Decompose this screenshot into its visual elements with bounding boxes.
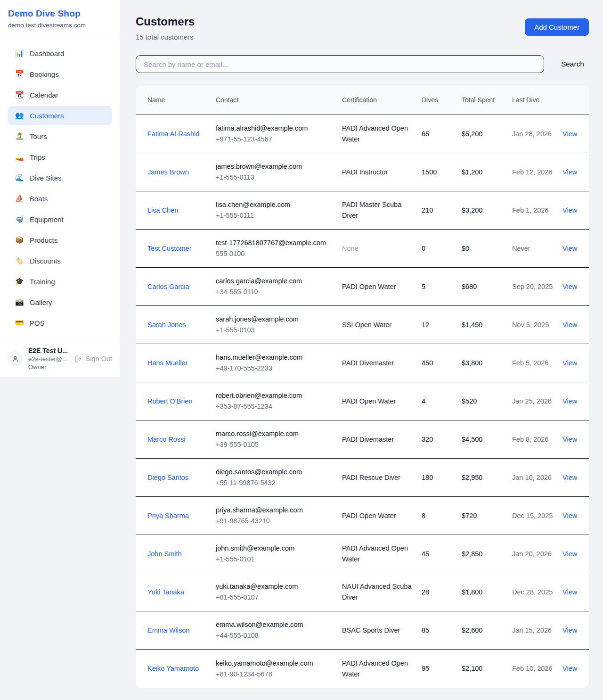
sidebar-item-label: Discounts xyxy=(30,257,61,265)
customer-name-link[interactable]: Test Customer xyxy=(147,245,191,252)
view-link[interactable]: View xyxy=(562,359,577,367)
customer-name-link[interactable]: Marco Rossi xyxy=(147,436,186,443)
sidebar-item-dive-sites[interactable]: 🌊Dive Sites xyxy=(8,168,112,187)
column-header-dives: Dives xyxy=(422,90,462,111)
customer-name-link[interactable]: John Smith xyxy=(147,550,182,558)
sidebar-item-boats[interactable]: ⛵Boats xyxy=(8,189,112,208)
column-header-last-dive: Last Dive xyxy=(512,90,562,111)
customer-name-link[interactable]: Robert O'Brien xyxy=(147,397,192,405)
graduation-cap-icon: 🎓 xyxy=(15,277,24,286)
customer-name-link[interactable]: Priya Sharma xyxy=(147,512,189,519)
sidebar-item-pos[interactable]: 💳POS xyxy=(8,313,112,332)
customer-certification: PADI Rescue Diver xyxy=(342,466,422,490)
customer-name-link[interactable]: Sarah Jones xyxy=(147,321,186,329)
customer-name-link[interactable]: Lisa Chen xyxy=(147,206,178,214)
sidebar-item-label: Dashboard xyxy=(30,49,64,58)
customer-dives: 45 xyxy=(422,542,462,566)
shop-name: Demo Dive Shop xyxy=(8,8,112,19)
customer-name-link[interactable]: Hans Mueller xyxy=(147,359,187,367)
customer-email: hans.mueller@example.com xyxy=(216,352,334,363)
customer-phone: 555-0100 xyxy=(216,248,334,259)
customer-name-link[interactable]: Fatima Al-Rashid xyxy=(147,130,199,138)
sidebar-item-training[interactable]: 🎓Training xyxy=(8,272,112,291)
user-icon xyxy=(11,355,19,363)
customer-name-link[interactable]: Diego Santos xyxy=(147,474,188,481)
sidebar-item-label: Bookings xyxy=(30,70,59,78)
sidebar-item-equipment[interactable]: 🤿Equipment xyxy=(8,210,112,229)
table-row: Hans Muellerhans.mueller@example.com+49-… xyxy=(136,344,589,382)
view-link[interactable]: View xyxy=(562,321,577,329)
sidebar-item-label: Trips xyxy=(30,153,45,161)
sign-out-button[interactable]: Sign Out xyxy=(74,355,112,363)
customer-name-link[interactable]: Yuki Tanaka xyxy=(147,588,184,596)
customer-last-dive: Feb 10, 2026 xyxy=(512,657,562,681)
sidebar-item-discounts[interactable]: 🏷️Discounts xyxy=(8,251,112,270)
view-link[interactable]: View xyxy=(562,245,577,252)
sidebar-item-trips[interactable]: 🚤Trips xyxy=(8,148,112,166)
search-button[interactable]: Search xyxy=(556,56,589,72)
table-row: Sarah Jonessarah.jones@example.com+1-555… xyxy=(136,306,589,344)
customer-name-link[interactable]: Emma Wilson xyxy=(147,626,189,634)
sidebar-item-products[interactable]: 📦Products xyxy=(8,231,112,249)
sidebar-item-tours[interactable]: 🏝️Tours xyxy=(8,127,112,146)
customer-total-spent: $1,200 xyxy=(462,160,512,184)
sidebar-item-label: Customers xyxy=(30,112,64,120)
customer-total-spent: $680 xyxy=(462,275,512,299)
customer-dives: 85 xyxy=(422,618,462,642)
customer-name-link[interactable]: Keiko Yamamoto xyxy=(147,665,199,672)
user-meta: E2E Test U... e2e-tester@... Owner xyxy=(28,347,69,371)
package-icon: 📦 xyxy=(15,236,24,244)
sidebar-item-customers[interactable]: 👥Customers xyxy=(8,106,112,125)
customer-total-spent: $2,100 xyxy=(462,657,512,681)
customer-total-spent: $1,800 xyxy=(462,580,512,604)
column-header-contact: Contact xyxy=(216,90,342,111)
view-link[interactable]: View xyxy=(562,550,577,558)
sidebar-item-label: Boats xyxy=(30,195,48,203)
sidebar-item-calendar[interactable]: 📆Calendar xyxy=(8,85,112,104)
customer-certification: PADI Advanced Open Water xyxy=(342,536,422,571)
table-row: Yuki Tanakayuki.tanaka@example.com+81-55… xyxy=(136,573,589,611)
sidebar: Demo Dive Shop demo.test.divestreams.com… xyxy=(0,0,120,377)
customers-table: NameContactCertificationDivesTotal Spent… xyxy=(136,86,589,688)
sidebar-item-dashboard[interactable]: 📊Dashboard xyxy=(8,44,112,63)
customer-certification: PADI Instructor xyxy=(342,160,422,184)
diving-mask-icon: 🤿 xyxy=(15,215,24,223)
customer-email: fatima.alrashid@example.com xyxy=(216,123,334,134)
customer-total-spent: $2,850 xyxy=(462,542,512,566)
column-header-certification: Certification xyxy=(342,90,422,111)
view-link[interactable]: View xyxy=(562,512,577,519)
customer-email: priya.sharma@example.com xyxy=(216,505,334,516)
customer-last-dive: Feb 5, 2026 xyxy=(512,351,562,375)
table-row: Test Customertest-1772681807767@example.… xyxy=(136,230,589,268)
customer-certification: PADI Divemaster xyxy=(342,428,422,452)
table-row: Diego Santosdiego.santos@example.com+55-… xyxy=(136,459,589,497)
customer-phone: +55-11-99876-5432 xyxy=(216,478,334,488)
view-link[interactable]: View xyxy=(562,283,577,290)
sidebar-item-gallery[interactable]: 📸Gallery xyxy=(8,293,112,312)
customer-name-link[interactable]: Carlos Garcia xyxy=(147,283,189,290)
add-customer-button[interactable]: Add Customer xyxy=(525,18,589,36)
customer-phone: +81-555-0107 xyxy=(216,592,334,603)
customer-certification: PADI Open Water xyxy=(342,504,422,528)
sidebar-nav: 📊Dashboard📅Bookings📆Calendar👥Customers🏝️… xyxy=(0,36,120,340)
view-link[interactable]: View xyxy=(562,206,577,214)
view-link[interactable]: View xyxy=(562,168,577,176)
view-link[interactable]: View xyxy=(562,665,577,672)
customer-name-link[interactable]: James Brown xyxy=(147,168,189,176)
view-link[interactable]: View xyxy=(562,130,577,138)
view-link[interactable]: View xyxy=(562,397,577,405)
customer-phone: +34-555-0110 xyxy=(216,287,334,297)
view-link[interactable]: View xyxy=(562,626,577,634)
view-link[interactable]: View xyxy=(562,436,577,443)
view-link[interactable]: View xyxy=(562,474,577,481)
table-row: Keiko Yamamotokeiko.yamamoto@example.com… xyxy=(136,650,589,688)
customer-email: test-1772681807767@example.com xyxy=(216,238,334,248)
customer-email: emma.wilson@example.com xyxy=(216,619,334,630)
credit-card-icon: 💳 xyxy=(15,319,24,327)
view-link[interactable]: View xyxy=(562,588,577,596)
table-row: John Smithjohn.smith@example.com+1-555-0… xyxy=(136,535,589,573)
sidebar-item-bookings[interactable]: 📅Bookings xyxy=(8,65,112,83)
customer-phone: +39-555-0105 xyxy=(216,439,334,450)
search-input[interactable] xyxy=(136,55,544,73)
customer-phone: +971-55-123-4567 xyxy=(216,134,334,145)
